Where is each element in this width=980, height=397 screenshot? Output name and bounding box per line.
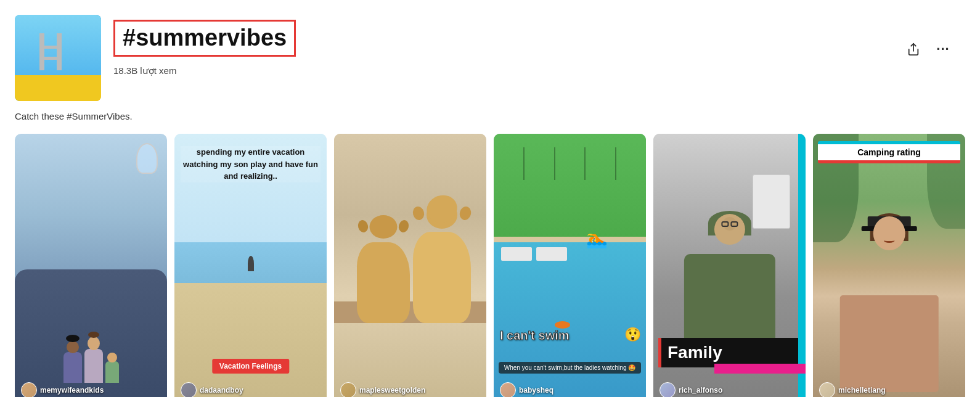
card-username-1: memywifeandkids [40, 386, 104, 395]
card-username-6: michelletiang [838, 386, 886, 395]
description: Catch these #SummerVibes. [0, 111, 980, 134]
avatar-3 [340, 382, 356, 397]
card-2-overlay-text: spending my entire vacation watching my … [181, 146, 321, 182]
video-thumbnail-6[interactable]: Camping rating michelletiang [813, 134, 965, 397]
woman-silhouette [839, 216, 939, 392]
card-username-4: babysheq [519, 386, 553, 395]
card-username-overlay-1: memywifeandkids [21, 382, 104, 397]
card-username-overlay-2: dadaandboy [181, 382, 243, 397]
hashtag-title: #summervibes [113, 20, 296, 57]
header-info: #summervibes 18.3B lượt xem [113, 15, 891, 76]
view-count: 18.3B lượt xem [113, 65, 891, 76]
family-badge: Family [658, 338, 801, 367]
cant-swim-text: I can't swim [500, 329, 640, 343]
video-card-2[interactable]: spending my entire vacation watching my … [174, 134, 327, 397]
card-username-overlay-5: rich_alfonso [659, 382, 722, 397]
hoodie-person [684, 214, 775, 350]
video-card-1[interactable]: memywifeandkids Ayyyyyeee we're on vaca.… [15, 134, 167, 397]
card-username-overlay-6: michelletiang [819, 382, 886, 397]
header-section: #summervibes 18.3B lượt xem ··· [0, 0, 980, 111]
pool-caption: When you can't swim,but the ladies watch… [499, 362, 641, 374]
video-card-3[interactable]: maplesweetgolden Replying to ... [334, 134, 486, 397]
avatar-2 [181, 382, 197, 397]
card-username-overlay-3: maplesweetgolden [340, 382, 425, 397]
card-username-5: rich_alfonso [679, 386, 722, 395]
avatar-1 [21, 382, 37, 397]
more-options-button[interactable]: ··· [933, 39, 953, 59]
video-thumbnail-1[interactable]: memywifeandkids [15, 134, 167, 397]
avatar-5 [659, 382, 676, 397]
emoji-surprised: 😲 [624, 327, 641, 343]
video-thumbnail-2[interactable]: spending my entire vacation watching my … [174, 134, 327, 397]
video-thumbnail-3[interactable]: maplesweetgolden [334, 134, 486, 397]
video-grid: memywifeandkids Ayyyyyeee we're on vaca.… [0, 134, 980, 397]
avatar-6 [819, 382, 835, 397]
video-card-5[interactable]: Family rich_alfonso #stitch with ▶ ... [653, 134, 806, 397]
card-username-3: maplesweetgolden [359, 386, 425, 395]
vacation-badge: Vacation Feelings [212, 359, 289, 374]
video-thumbnail-4[interactable]: 🏊 I can't swim When you can't swim,but t… [494, 134, 646, 397]
video-card-6[interactable]: Camping rating michelletiang My oldest s… [813, 134, 965, 397]
pool-jumper: 🏊 [586, 229, 608, 249]
video-card-4[interactable]: 🏊 I can't swim When you can't swim,but t… [494, 134, 646, 397]
video-thumbnail-5[interactable]: Family rich_alfonso [653, 134, 806, 397]
hashtag-thumbnail [15, 15, 101, 101]
header-actions: ··· [904, 15, 965, 59]
avatar-4 [500, 382, 516, 397]
camping-badge: Camping rating [818, 141, 960, 163]
card-username-2: dadaandboy [200, 386, 243, 395]
share-button[interactable] [904, 39, 923, 59]
card-username-overlay-4: babysheq [500, 382, 553, 397]
